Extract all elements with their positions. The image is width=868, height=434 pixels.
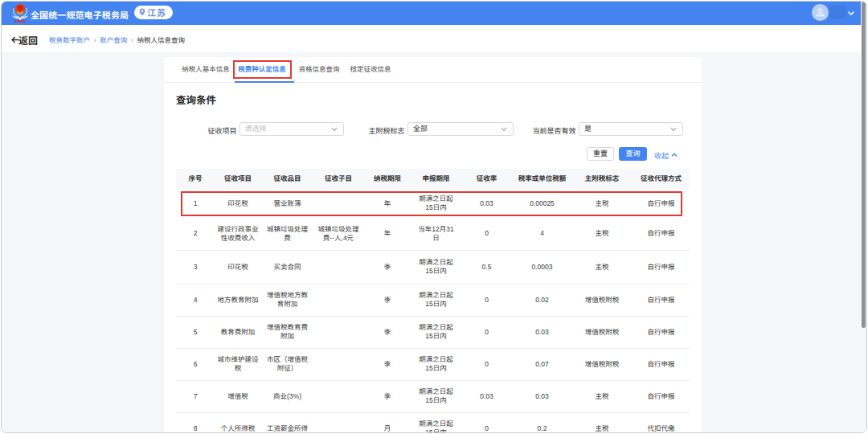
- svg-text:中国税务: 中国税务: [14, 19, 27, 23]
